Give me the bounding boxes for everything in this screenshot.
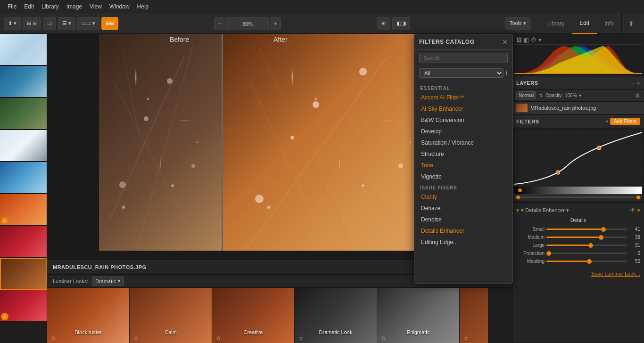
filmstrip-item[interactable] xyxy=(0,34,47,66)
slider-thumb-small[interactable] xyxy=(601,227,606,232)
filmstrip-item-active[interactable] xyxy=(0,258,47,290)
opacity-control: Opacity: 100% ▾ xyxy=(545,93,581,98)
look-star[interactable]: ☆ xyxy=(133,335,139,342)
fc-item-editing[interactable]: Editing Edge... xyxy=(414,237,512,248)
tools-btn[interactable]: Tools ▾ xyxy=(505,17,530,30)
curve-right-handle[interactable] xyxy=(636,196,640,199)
fc-item-dehaze[interactable]: Dehaze xyxy=(414,203,512,214)
looks-select[interactable]: Dramatic ▾ xyxy=(92,277,124,286)
fc-item-vignette[interactable]: Vignette xyxy=(414,171,512,182)
fc-filter-row: All ℹ xyxy=(414,66,512,80)
fc-item-structure[interactable]: Structure xyxy=(414,148,512,160)
slider-thumb-protection[interactable] xyxy=(546,251,551,256)
fc-item-bw[interactable]: B&W Conversion xyxy=(414,114,512,126)
menu-window[interactable]: Window xyxy=(106,2,133,11)
save-look-button[interactable]: Save Luminar Look... xyxy=(591,271,640,277)
slider-track-small[interactable] xyxy=(546,229,627,230)
menu-help[interactable]: Help xyxy=(133,2,153,11)
slider-thumb-medium[interactable] xyxy=(599,235,603,240)
fc-item-accent[interactable]: Accent AI Filter™ xyxy=(414,92,512,103)
fc-close-icon[interactable]: ✕ xyxy=(502,38,508,46)
compare-btn[interactable]: ◧◨ xyxy=(392,17,410,30)
fc-item-details[interactable]: Details Enhancer xyxy=(414,225,512,237)
zoom-out-btn[interactable]: − xyxy=(214,17,225,30)
look-thumb-dramatic[interactable]: Dramatic Look ☆ xyxy=(295,288,377,343)
layers-add[interactable]: + xyxy=(636,79,640,87)
slider-thumb-large[interactable] xyxy=(588,243,593,248)
histogram-icon-clock[interactable]: ⏱ xyxy=(531,37,537,43)
menu-view[interactable]: View xyxy=(86,2,106,11)
grid-view-btn[interactable]: ⊞ ⊟ xyxy=(23,17,41,30)
slider-thumb-masking[interactable] xyxy=(587,259,592,264)
eye-btn[interactable]: 👁 xyxy=(377,17,390,30)
look-star[interactable]: ☆ xyxy=(463,335,469,342)
tab-library[interactable]: Library xyxy=(540,13,572,34)
fc-search-input[interactable] xyxy=(419,53,508,63)
tab-info[interactable]: Info xyxy=(597,13,621,34)
filmstrip-item[interactable] xyxy=(0,162,47,194)
fc-item-develop[interactable]: Develop xyxy=(414,126,512,137)
filters-chevron[interactable]: ▾ xyxy=(606,119,608,124)
look-star[interactable]: ☆ xyxy=(216,335,221,342)
filmstrip-item[interactable] xyxy=(0,98,47,130)
fc-filter-select[interactable]: All xyxy=(419,68,504,78)
fc-item-tone[interactable]: Tone xyxy=(414,160,512,171)
list-view-btn[interactable]: ☰ ▾ xyxy=(58,17,75,30)
fc-item-clarity[interactable]: Clarity xyxy=(414,191,512,203)
histogram-icon-image[interactable]: 🖼 xyxy=(516,37,522,43)
menu-edit[interactable]: Edit xyxy=(20,2,38,11)
curve-canvas[interactable] xyxy=(514,130,642,187)
look-thumb-creative[interactable]: Creative ☆ xyxy=(212,288,294,343)
canvas-image[interactable] xyxy=(99,34,457,251)
layer-item[interactable]: MRadulescu_rain photos.jpg xyxy=(512,102,644,114)
look-thumb-f[interactable]: ☆ xyxy=(460,288,488,343)
tab-edit[interactable]: Edit xyxy=(572,13,597,34)
looks-label: Luminar Looks: xyxy=(53,278,88,284)
histogram-icon-layers[interactable]: ◧ xyxy=(524,37,529,43)
de-chevron[interactable]: ▾ xyxy=(637,207,640,213)
menu-library[interactable]: Library xyxy=(38,2,63,11)
filmstrip-item[interactable] xyxy=(0,66,47,98)
blend-mode-select[interactable]: Normal xyxy=(516,91,536,99)
look-name-calm: Calm xyxy=(130,329,212,335)
de-visibility-icon[interactable]: 👁 xyxy=(630,207,636,213)
look-star[interactable]: ☆ xyxy=(381,335,386,342)
slider-track-medium[interactable] xyxy=(546,237,627,238)
svg-line-9 xyxy=(292,43,410,251)
svg-point-16 xyxy=(359,68,367,75)
slider-value-medium: 39 xyxy=(629,235,640,240)
filmstrip-item[interactable]: ⚠ xyxy=(0,194,47,226)
add-filters-button[interactable]: Add Filters xyxy=(610,118,640,125)
slider-track-large[interactable] xyxy=(546,245,627,246)
fc-item-denoise[interactable]: Denoise xyxy=(414,214,512,225)
curve-left-handle[interactable] xyxy=(516,196,520,199)
look-star[interactable]: ☆ xyxy=(298,335,304,342)
fc-item-aisky[interactable]: AI Sky Enhancer xyxy=(414,103,512,114)
fc-info-icon[interactable]: ℹ xyxy=(505,69,508,77)
split-divider[interactable] xyxy=(222,34,223,251)
filmstrip-item[interactable] xyxy=(0,130,47,162)
filmstrip-item[interactable]: ⚠ xyxy=(0,290,47,322)
histogram-icon-chevron[interactable]: ▾ xyxy=(538,37,541,43)
layer-settings-icon[interactable]: ⚙ xyxy=(635,92,640,99)
filmstrip-item[interactable] xyxy=(0,226,47,258)
single-view-btn[interactable]: ▭ xyxy=(43,17,56,30)
upload-btn[interactable]: ⬆ ▾ xyxy=(4,17,21,30)
de-expand[interactable]: ▾ xyxy=(516,207,519,213)
look-thumb-blockbuster[interactable]: Blockbuster ☆ xyxy=(47,288,129,343)
look-thumb-enigmatic[interactable]: Enigmatic ☆ xyxy=(377,288,459,343)
look-thumb-calm[interactable]: Calm ☆ xyxy=(130,288,212,343)
zoom-in-btn[interactable]: + xyxy=(270,17,281,30)
menu-image[interactable]: Image xyxy=(63,2,86,11)
svg-line-8 xyxy=(245,57,387,251)
curve-bottom-slider[interactable] xyxy=(514,187,642,194)
slider-track-masking[interactable] xyxy=(546,261,627,262)
look-star[interactable]: ☆ xyxy=(51,335,56,342)
fc-item-saturation[interactable]: Saturation / Vibrance xyxy=(414,137,512,148)
before-after-btn[interactable]: ⊞⊞ xyxy=(101,17,118,30)
menu-file[interactable]: File xyxy=(4,2,20,11)
split-view-btn[interactable]: ▭▭ ▾ xyxy=(77,17,99,30)
layers-minimize[interactable]: − xyxy=(631,79,635,87)
slider-track-protection[interactable] xyxy=(546,253,627,254)
export-btn[interactable]: ⬆ xyxy=(621,13,640,34)
